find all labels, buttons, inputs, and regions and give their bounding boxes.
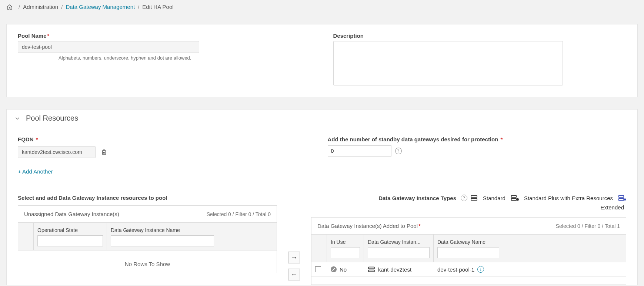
added-grid-counts: Selected 0 / Filter 0 / Total 1: [556, 223, 620, 229]
svg-rect-1: [471, 199, 477, 201]
dg-instance-value: kant-dev2test: [378, 266, 411, 273]
arrow-right-icon: →: [291, 254, 297, 261]
unassigned-grid-counts: Selected 0 / Filter 0 / Total 0: [207, 211, 271, 217]
dg-name-value: dev-test-pool-1: [437, 266, 474, 273]
transfer-buttons: → ←: [283, 195, 305, 285]
extended-icon: +: [618, 195, 626, 201]
col-empty: [218, 223, 277, 250]
pool-resources-panel: Pool Resources FQDN *: [6, 109, 638, 285]
svg-text:+: +: [624, 198, 626, 201]
chevron-down-icon: [14, 115, 21, 122]
added-grid-title: Data Gateway Instance(s) Added to Pool*: [317, 223, 421, 229]
help-icon[interactable]: ?: [461, 195, 467, 201]
home-icon[interactable]: [7, 4, 13, 10]
svg-rect-7: [619, 195, 624, 197]
standard-icon: [368, 266, 375, 272]
svg-rect-2: [511, 195, 517, 197]
pool-name-hint: Alphabets, numbers, underscore, hyphen a…: [59, 55, 311, 61]
info-icon[interactable]: i: [477, 266, 484, 273]
instance-types-legend: Data Gateway Instance Types ? Standard: [311, 195, 626, 211]
unassigned-grid: Unassigned Data Gateway Instance(s) Sele…: [18, 205, 277, 273]
help-icon[interactable]: ?: [395, 148, 402, 154]
description-textarea[interactable]: [333, 41, 563, 85]
unassigned-grid-title: Unassigned Data Gateway Instance(s): [24, 211, 119, 217]
standby-input[interactable]: [328, 145, 391, 157]
fqdn-label: FQDN *: [18, 136, 317, 142]
table-row[interactable]: No kant-dev2test: [311, 262, 626, 277]
svg-rect-8: [619, 199, 624, 201]
checkbox-header[interactable]: [18, 223, 34, 250]
pool-name-input[interactable]: [18, 41, 199, 53]
fqdn-input[interactable]: [18, 146, 96, 158]
in-use-value: No: [340, 266, 347, 273]
breadcrumb: / Administration / Data Gateway Manageme…: [0, 0, 644, 14]
filter-in-use[interactable]: [331, 247, 360, 258]
col-tail: [503, 235, 626, 262]
filter-dg-instance[interactable]: [368, 247, 430, 258]
move-right-button[interactable]: →: [288, 252, 300, 263]
svg-rect-3: [511, 199, 517, 201]
breadcrumb-administration[interactable]: Administration: [23, 4, 58, 10]
arrow-left-icon: ←: [291, 271, 297, 278]
svg-rect-0: [471, 196, 477, 198]
svg-rect-11: [368, 267, 374, 269]
filter-instance-name[interactable]: [111, 235, 214, 246]
filter-dg-name[interactable]: [437, 247, 499, 258]
col-dg-instance: Data Gateway Instan...: [364, 235, 434, 262]
no-status-icon: [331, 266, 337, 272]
trash-icon[interactable]: [101, 148, 107, 156]
no-rows-message: No Rows To Show: [18, 250, 277, 267]
standby-label: Add the number of standby data gateways …: [328, 136, 627, 142]
col-in-use: In Use: [327, 235, 364, 262]
standard-plus-icon: [511, 195, 519, 201]
breadcrumb-data-gateway-management[interactable]: Data Gateway Management: [66, 4, 135, 10]
col-operational-state: Operational State: [34, 223, 107, 250]
standard-icon: [470, 195, 478, 201]
description-label: Description: [333, 33, 627, 39]
added-grid: Data Gateway Instance(s) Added to Pool* …: [311, 217, 626, 285]
pool-info-panel: Pool Name* Alphabets, numbers, underscor…: [6, 24, 638, 97]
checkbox-header[interactable]: [311, 235, 327, 262]
pool-name-label: Pool Name*: [18, 33, 311, 39]
row-checkbox[interactable]: [315, 266, 321, 272]
svg-rect-12: [368, 270, 374, 272]
col-dg-name: Data Gateway Name: [434, 235, 503, 262]
col-instance-name: Data Gateway Instance Name: [107, 223, 218, 250]
breadcrumb-edit-ha-pool: Edit HA Pool: [142, 4, 173, 10]
move-left-button[interactable]: ←: [288, 269, 300, 280]
select-add-section-label: Select and add Data Gateway Instance res…: [18, 195, 277, 201]
add-another-link[interactable]: + Add Another: [18, 168, 317, 175]
pool-resources-header[interactable]: Pool Resources: [7, 110, 637, 127]
filter-operational-state[interactable]: [37, 235, 103, 246]
